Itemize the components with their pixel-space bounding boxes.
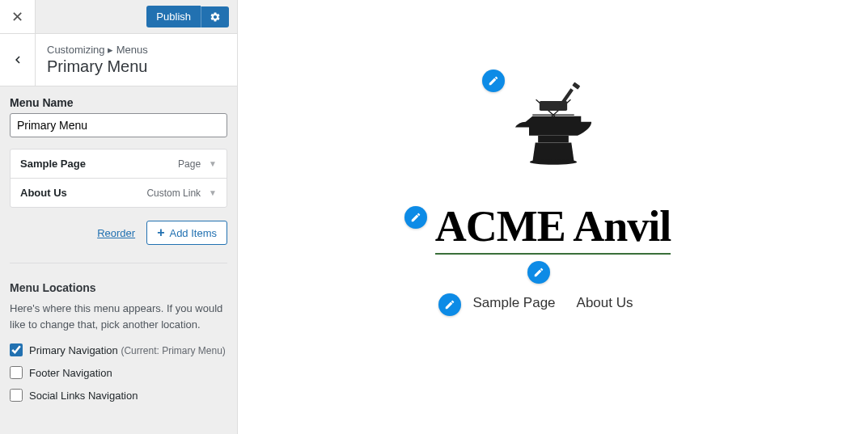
menu-items-list: Sample Page Page ▼ About Us Custom Link … bbox=[10, 149, 227, 208]
pencil-icon bbox=[410, 212, 421, 223]
location-primary-navigation: Primary Navigation (Current: Primary Men… bbox=[10, 343, 227, 356]
menu-item-title: About Us bbox=[20, 187, 67, 199]
pencil-icon bbox=[444, 299, 455, 310]
menu-item[interactable]: About Us Custom Link ▼ bbox=[11, 179, 227, 207]
customizer-topbar: ✕ Publish bbox=[0, 0, 237, 34]
svg-rect-8 bbox=[572, 82, 580, 90]
menu-locations-description: Here's where this menu appears. If you w… bbox=[10, 301, 227, 332]
plus-icon: + bbox=[157, 226, 164, 239]
location-label[interactable]: Primary Navigation (Current: Primary Men… bbox=[29, 344, 226, 356]
chevron-left-icon bbox=[11, 53, 25, 67]
edit-shortcut-nav-item[interactable] bbox=[438, 293, 461, 316]
settings-gear-button[interactable] bbox=[201, 6, 229, 27]
divider bbox=[10, 263, 227, 263]
add-items-button[interactable]: + Add Items bbox=[146, 221, 227, 245]
site-title[interactable]: ACME Anvil bbox=[435, 201, 671, 255]
menu-name-label: Menu Name bbox=[10, 96, 227, 109]
menu-locations-heading: Menu Locations bbox=[10, 281, 227, 294]
edit-shortcut-logo[interactable] bbox=[482, 70, 505, 92]
reorder-link[interactable]: Reorder bbox=[97, 227, 135, 239]
location-checkbox[interactable] bbox=[10, 343, 23, 356]
publish-button[interactable]: Publish bbox=[146, 6, 201, 27]
menu-item-title: Sample Page bbox=[20, 158, 86, 170]
back-button[interactable] bbox=[0, 34, 36, 86]
section-title: Primary Menu bbox=[47, 57, 148, 76]
chevron-down-icon: ▼ bbox=[209, 159, 217, 168]
location-checkbox[interactable] bbox=[10, 389, 23, 402]
location-label[interactable]: Footer Navigation bbox=[29, 367, 112, 379]
close-button[interactable]: ✕ bbox=[0, 0, 36, 33]
gear-icon bbox=[210, 11, 221, 23]
location-checkbox[interactable] bbox=[10, 366, 23, 379]
menu-item[interactable]: Sample Page Page ▼ bbox=[11, 150, 227, 179]
location-social-links-navigation: Social Links Navigation bbox=[10, 389, 227, 402]
menu-name-input[interactable] bbox=[10, 113, 227, 137]
chevron-down-icon: ▼ bbox=[209, 188, 217, 197]
location-label[interactable]: Social Links Navigation bbox=[29, 390, 138, 402]
pencil-icon bbox=[533, 267, 544, 278]
edit-shortcut-title[interactable] bbox=[404, 206, 427, 229]
site-preview: ACME Anvil Sample Page About Us bbox=[238, 0, 868, 434]
location-footer-navigation: Footer Navigation bbox=[10, 366, 227, 379]
edit-shortcut-nav[interactable] bbox=[527, 261, 550, 284]
breadcrumb: Customizing ▸ Menus bbox=[47, 44, 148, 56]
pencil-icon bbox=[488, 75, 499, 86]
svg-point-10 bbox=[529, 159, 576, 165]
nav-link[interactable]: About Us bbox=[577, 295, 633, 311]
section-header: Customizing ▸ Menus Primary Menu bbox=[0, 34, 237, 86]
menu-item-type: Page bbox=[178, 158, 201, 170]
svg-rect-9 bbox=[538, 136, 569, 143]
site-navigation: Sample Page About Us bbox=[472, 295, 633, 311]
anvil-logo bbox=[505, 73, 602, 178]
nav-link[interactable]: Sample Page bbox=[472, 295, 555, 311]
menu-item-type: Custom Link bbox=[146, 188, 201, 199]
